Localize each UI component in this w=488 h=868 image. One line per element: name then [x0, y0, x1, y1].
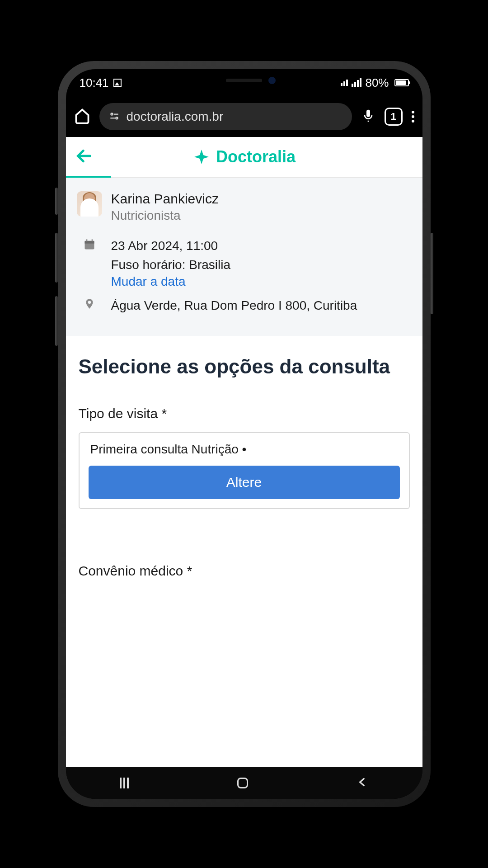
address-row: Água Verde, Rua Dom Pedro I 800, Curitib… [77, 296, 412, 315]
picture-notification-icon [113, 79, 122, 87]
mic-icon[interactable] [361, 108, 375, 125]
page-content: Doctoralia Karina Pankievicz Nutricionis… [66, 137, 422, 767]
location-pin-icon [77, 296, 102, 310]
brand-name: Doctoralia [216, 147, 296, 166]
notch [181, 69, 307, 92]
tab-count-button[interactable]: 1 [385, 108, 403, 126]
speaker [226, 79, 262, 82]
nav-recents-icon[interactable] [120, 778, 129, 788]
visit-type-label: Tipo de visita * [79, 406, 410, 421]
appointment-summary: Karina Pankievicz Nutricionista 23 Abr 2… [66, 178, 422, 336]
calendar-icon [77, 236, 102, 251]
status-time: 10:41 [80, 76, 109, 90]
doctor-avatar [77, 191, 102, 217]
browser-toolbar: doctoralia.com.br 1 [66, 96, 422, 137]
battery-icon [394, 79, 409, 86]
doctoralia-logo-icon [192, 148, 211, 166]
volume-down-button [55, 296, 58, 346]
power-button [431, 233, 433, 314]
site-info-icon[interactable] [108, 111, 120, 123]
overflow-menu-icon[interactable] [412, 111, 414, 123]
side-button [55, 188, 58, 215]
svg-point-2 [116, 117, 117, 119]
volume-up-button [55, 233, 58, 283]
brand-logo[interactable]: Doctoralia [75, 147, 413, 166]
doctor-specialty: Nutricionista [111, 208, 219, 223]
app-header: Doctoralia [66, 137, 422, 178]
visit-type-box: Primeira consulta Nutrição • Altere [79, 432, 410, 509]
datetime-row: 23 Abr 2024, 11:00 Fuso horário: Brasili… [77, 236, 412, 289]
svg-point-0 [111, 113, 113, 115]
url-text: doctoralia.com.br [127, 109, 224, 124]
url-bar[interactable]: doctoralia.com.br [99, 103, 352, 130]
nav-home-icon[interactable] [237, 778, 248, 788]
change-visit-type-button[interactable]: Altere [89, 466, 400, 499]
phone-frame: 10:41 80% doctora [58, 61, 431, 807]
tab-count-value: 1 [390, 111, 396, 123]
section-title: Selecione as opções da consulta [79, 354, 410, 379]
battery-percent: 80% [365, 76, 389, 90]
home-icon[interactable] [74, 108, 90, 126]
appointment-datetime: 23 Abr 2024, 11:00 [111, 236, 231, 255]
svg-rect-6 [84, 241, 94, 244]
visit-type-value: Primeira consulta Nutrição • [89, 442, 400, 457]
appointment-timezone: Fuso horário: Brasilia [111, 255, 231, 274]
front-camera [268, 77, 276, 84]
form-section: Selecione as opções da consulta Tipo de … [66, 336, 422, 608]
phone-screen: 10:41 80% doctora [66, 69, 422, 799]
insurance-label: Convênio médico * [79, 563, 410, 579]
signal-icon [341, 80, 348, 86]
doctor-row: Karina Pankievicz Nutricionista [77, 191, 412, 223]
nav-back-icon[interactable] [357, 776, 368, 790]
system-nav-bar [66, 767, 422, 799]
appointment-address: Água Verde, Rua Dom Pedro I 800, Curitib… [111, 296, 357, 315]
doctor-name: Karina Pankievicz [111, 191, 219, 207]
change-date-link[interactable]: Mudar a data [111, 274, 231, 289]
signal-icon [352, 78, 361, 87]
